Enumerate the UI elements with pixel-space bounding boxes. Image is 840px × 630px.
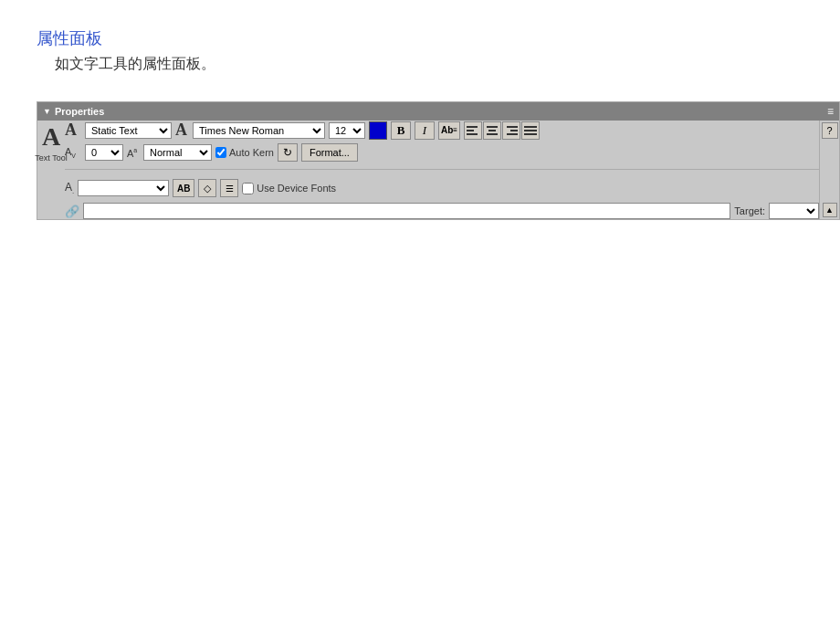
device-fonts-area: Use Device Fonts	[242, 183, 336, 194]
svg-rect-4	[488, 130, 496, 131]
lines-button[interactable]: ☰	[220, 179, 238, 197]
bold-button[interactable]: B	[391, 121, 411, 140]
svg-rect-0	[467, 126, 478, 128]
text-type-select[interactable]: Static Text Dynamic Text Input Text	[85, 122, 172, 139]
spacing-style-select[interactable]: Normal Single Double	[143, 144, 212, 161]
url-target-row: 🔗 Target: _blank _self _parent	[65, 203, 819, 219]
align-left-icon	[467, 125, 479, 136]
title-section: 属性面板 如文字工具的属性面板。	[37, 27, 803, 74]
subscript-button[interactable]: Ab≡	[438, 121, 460, 140]
embed-icon: A.	[65, 181, 74, 195]
scroll-up-button[interactable]: ▲	[823, 203, 837, 217]
align-right-button[interactable]	[502, 121, 520, 140]
font-controls-row: A Static Text Dynamic Text Input Text A …	[65, 121, 819, 140]
tracking-select[interactable]: 0 1 2	[85, 144, 123, 161]
italic-button[interactable]: I	[415, 121, 435, 140]
panel-header: ▼ Properties ≡	[37, 102, 839, 121]
svg-rect-6	[507, 126, 518, 128]
svg-rect-7	[510, 130, 518, 131]
embed-controls-row: A. AB ◇ ☰ Use Device Fonts	[65, 179, 819, 197]
url-icon: 🔗	[65, 205, 79, 218]
svg-rect-3	[487, 126, 498, 128]
svg-rect-5	[487, 133, 498, 135]
properties-controls: A Static Text Dynamic Text Input Text A …	[65, 121, 819, 219]
tool-icon-area: A Text Tool	[37, 121, 65, 219]
help-button[interactable]: ?	[822, 122, 838, 139]
page-container: 属性面板 如文字工具的属性面板。 ▼ Properties ≡ A Text T…	[0, 0, 840, 247]
av-icon: AV	[65, 146, 81, 159]
align-buttons-group	[464, 121, 540, 140]
font-label-icon: A	[175, 121, 187, 140]
align-justify-icon	[524, 125, 537, 136]
svg-rect-9	[524, 126, 537, 128]
page-subtitle: 如文字工具的属性面板。	[55, 55, 803, 74]
properties-panel: ▼ Properties ≡ A Text Tool A Static Text…	[37, 101, 840, 220]
spacing-controls-row: AV 0 1 2 Aa Normal Single Double A	[65, 143, 819, 162]
align-center-button[interactable]	[483, 121, 501, 140]
panel-menu-icon[interactable]: ≡	[827, 105, 834, 118]
auto-kern-label: Auto Kern	[229, 147, 274, 158]
header-left: ▼ Properties	[43, 106, 104, 117]
svg-rect-1	[467, 130, 474, 131]
align-center-icon	[486, 125, 499, 136]
page-title: 属性面板	[37, 27, 803, 49]
device-fonts-label: Use Device Fonts	[257, 183, 336, 194]
auto-kern-checkbox[interactable]	[215, 147, 226, 158]
url-input[interactable]	[83, 203, 730, 219]
right-panel: ? ▲	[819, 121, 839, 219]
panel-body: A Text Tool A Static Text Dynamic Text I…	[37, 121, 839, 219]
arrow-button[interactable]: ◇	[198, 179, 216, 197]
align-right-icon	[505, 125, 518, 136]
refresh-button[interactable]: ↻	[278, 143, 298, 162]
font-icon-a: A	[65, 121, 81, 140]
section-divider	[65, 169, 819, 170]
align-left-button[interactable]	[464, 121, 482, 140]
panel-title: Properties	[55, 106, 104, 117]
aa-size-icon: Aa	[127, 147, 140, 159]
font-select[interactable]: Times New Roman Arial Verdana	[193, 122, 325, 139]
auto-kern-area: Auto Kern	[215, 147, 274, 158]
embed-select[interactable]	[78, 180, 169, 196]
format-button[interactable]: Format...	[301, 143, 358, 162]
align-justify-button[interactable]	[521, 121, 540, 140]
font-size-select[interactable]: 12 8 10 14 16 18 24 36	[329, 122, 365, 139]
svg-rect-2	[467, 133, 478, 135]
svg-rect-11	[524, 133, 537, 135]
font-color-picker[interactable]	[369, 121, 387, 140]
target-select[interactable]: _blank _self _parent	[769, 203, 819, 219]
target-label: Target:	[734, 205, 765, 216]
ab-button[interactable]: AB	[173, 179, 194, 197]
device-fonts-checkbox[interactable]	[242, 183, 254, 194]
tool-icon-a: A	[42, 124, 60, 150]
svg-rect-10	[524, 130, 537, 131]
svg-rect-8	[507, 133, 518, 135]
tool-label: Text Tool	[35, 153, 67, 163]
collapse-arrow-icon[interactable]: ▼	[43, 107, 51, 116]
